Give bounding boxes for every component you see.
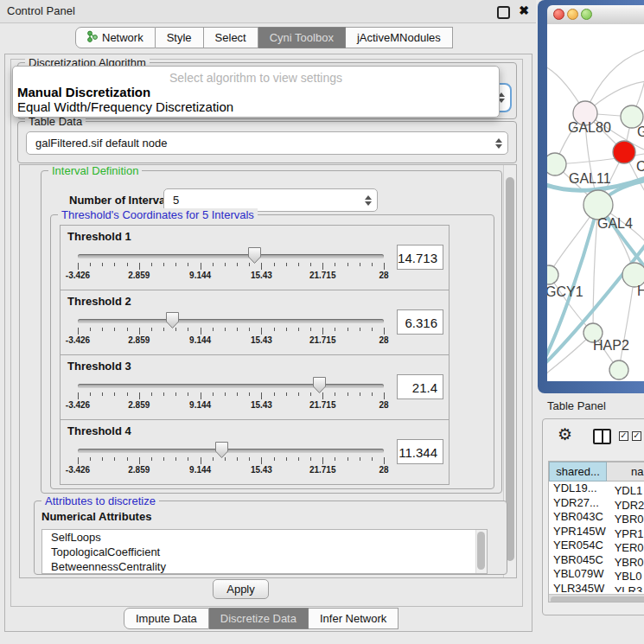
threshold-value-field[interactable]: 21.4 [397,374,443,399]
tab[interactable]: Discretize Data [209,608,309,629]
group-title: Threshold's Coordinates for 5 Intervals [58,208,258,221]
num-intervals-label: Number of Intervals [69,194,175,207]
attributes-group: Attributes to discretize Numerical Attri… [34,501,507,575]
tab[interactable]: Network [75,27,156,48]
svg-text:C: C [636,159,644,174]
cell-name: YDL1 [610,484,643,497]
tab-label: Select [215,31,246,44]
attribute-list-scrollbar[interactable] [475,530,487,573]
table-row[interactable]: YPR145W YPR1 [549,525,644,539]
close-traffic-light-icon[interactable] [553,9,564,20]
table-row[interactable]: YBR045C YBR0 [549,553,644,568]
threshold-value-field[interactable]: 14.713 [397,245,443,270]
slider-thumb[interactable] [166,312,179,328]
threshold-value-field[interactable]: 11.344 [397,439,443,464]
tab-label: Cyni Toolbox [270,31,334,44]
svg-text:HAP2: HAP2 [593,338,629,353]
slider-track[interactable] [78,384,384,388]
screen: Control Panel ✖ Network [0,0,644,644]
network-icon [87,30,98,45]
threshold-panel: Threshold 1 -3.4262.8599.14415.4321.7152… [60,225,450,290]
slider-track[interactable] [78,254,384,258]
table-row[interactable]: YBR043C YBR0 [549,510,644,525]
network-canvas[interactable]: GAL80GACGAL11GAL4GCY1HHAP2 [547,24,644,381]
popup-item[interactable]: Equal Width/Frequency Discretization [13,99,499,114]
combo-stepper-icon [494,138,502,149]
cell-shared-name: YDR27... [549,496,607,509]
tab[interactable]: Impute Data [124,608,209,629]
cell-shared-name: YBR045C [549,553,607,566]
table-rows: YDL19... YDL1 YDR27... YDR2 YBR043C YBR0 [549,481,644,592]
columns-icon[interactable] [593,429,611,444]
tab-label: jActiveMNodules [357,31,441,44]
cell-name: YBR0 [610,513,644,526]
minimize-traffic-light-icon[interactable] [567,9,578,20]
slider-thumb[interactable] [313,377,326,393]
attribute-list-item[interactable]: SelfLoops [42,530,487,545]
thresholds-group: Threshold's Coordinates for 5 Intervals … [50,214,494,489]
apply-button[interactable]: Apply [213,579,269,599]
threshold-label: Threshold 4 [67,424,131,437]
table-row[interactable]: YER054C YER0 [549,539,644,553]
table-header-row: shared... na [549,462,644,481]
cell-shared-name: YPR145W [549,525,607,538]
zoom-traffic-light-icon[interactable] [581,9,592,20]
attribute-list[interactable]: SelfLoops TopologicalCoefficient Between… [41,529,488,574]
threshold-value-field[interactable]: 6.316 [397,309,443,335]
tab[interactable]: jActiveMNodules [346,27,453,48]
checkbox-checked-icon[interactable]: ✓ [619,431,628,441]
table-panel: ⚙ ✓ ✓ shared... na YDL19... YDL1 YDR27..… [542,418,644,615]
column-header-name[interactable]: na [607,462,644,481]
attribute-list-item[interactable]: BetweennessCentrality [42,559,487,574]
popup-item-list: Manual Discretization Equal Width/Freque… [13,85,499,114]
top-tab-bar: Network Style [75,27,453,48]
close-icon[interactable]: ✖ [519,3,529,17]
combo-value: galFiltered.sif default node [35,132,167,154]
table-row[interactable]: YDL19... YDL1 [549,481,644,496]
cell-shared-name: YBL079W [549,567,607,580]
table-data-combobox[interactable]: galFiltered.sif default node [26,131,508,155]
horizontal-scrollbar[interactable] [549,594,644,603]
svg-text:H: H [637,284,644,298]
column-header-shared-name[interactable]: shared... [549,462,607,481]
table-panel-title: Table Panel [547,399,606,412]
table-row[interactable]: YLR345W YLR3 [549,582,644,593]
svg-text:GCY1: GCY1 [547,284,583,299]
popup-item[interactable]: Manual Discretization [13,85,499,99]
node-table: shared... na YDL19... YDL1 YDR27... YDR2 [548,461,644,603]
checkbox-checked-icon[interactable]: ✓ [632,431,641,441]
table-row[interactable]: YBL079W YBL0 [549,567,644,582]
group-title: Interval Definition [48,164,142,177]
attribute-list-item[interactable]: TopologicalCoefficient [42,545,487,559]
table-row[interactable]: YDR27... YDR2 [549,496,644,511]
scrollbar-thumb[interactable] [551,596,644,603]
cell-shared-name: YDL19... [549,481,607,494]
tab-label: Impute Data [136,612,197,625]
tab-label: Network [102,31,143,44]
tab[interactable]: Infer Network [309,608,399,629]
bottom-tab-bar: Impute Data Discretize Data Infer Networ… [124,608,399,629]
gear-icon[interactable]: ⚙ [558,426,572,443]
svg-text:GAL11: GAL11 [569,171,611,186]
tab[interactable]: Style [156,27,204,48]
tab-label: Infer Network [320,612,386,625]
slider-track[interactable] [78,319,384,323]
svg-text:GAL80: GAL80 [568,120,611,135]
interval-definition-group: Interval Definition Number of Intervals … [41,170,502,494]
cell-name: YLR3 [610,584,643,593]
numerical-attributes-label: Numerical Attributes [41,510,151,523]
float-window-icon[interactable] [497,6,510,19]
tab-label: Style [167,31,192,44]
tab[interactable]: Select [204,27,258,48]
scrollbar-thumb[interactable] [477,532,485,570]
svg-text:GAL4: GAL4 [597,216,633,231]
network-svg: GAL80GACGAL11GAL4GCY1HHAP2 [547,24,644,381]
slider-track[interactable] [78,449,384,453]
slider-thumb[interactable] [248,247,261,264]
tab[interactable]: Cyni Toolbox [258,27,346,48]
threshold-panel: Threshold 4 -3.4262.8599.14415.4321.7152… [60,419,450,485]
threshold-label: Threshold 3 [67,360,131,373]
settings-scroll-viewport: Interval Definition Number of Intervals … [19,164,517,578]
slider-thumb[interactable] [215,442,228,458]
group-title: Attributes to discretize [41,494,159,507]
